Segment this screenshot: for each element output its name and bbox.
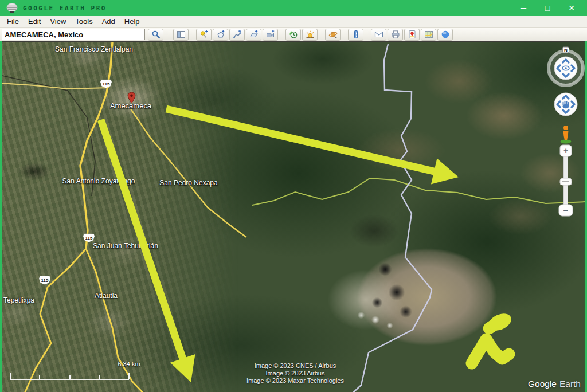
planets-icon bbox=[328, 30, 338, 39]
search-button[interactable] bbox=[148, 29, 163, 41]
menu-view[interactable]: View bbox=[45, 17, 71, 26]
window-controls: ─ □ ✕ bbox=[516, 2, 579, 14]
attribution-line-3: Image © 2023 Maxar Technologies bbox=[209, 377, 381, 385]
menu-file[interactable]: File bbox=[2, 17, 24, 26]
sidebar-toggle-icon bbox=[177, 30, 186, 39]
scale-label: 6.34 km bbox=[118, 360, 140, 367]
sidebar-toggle-button[interactable] bbox=[173, 29, 189, 41]
toolbar-group bbox=[195, 29, 279, 41]
watermark-google: Google bbox=[528, 379, 557, 389]
sunlight-icon bbox=[306, 30, 315, 39]
attribution-line-1: Image © 2023 CNES / Airbus bbox=[209, 362, 381, 370]
annotation-arrow-shaft bbox=[166, 109, 439, 173]
view-in-maps-icon bbox=[424, 30, 433, 39]
imagery-attribution: Image © 2023 CNES / Airbus Image © 2023 … bbox=[209, 362, 381, 385]
look-joystick[interactable]: N bbox=[549, 47, 583, 85]
add-polygon-icon bbox=[216, 30, 225, 39]
google-earth-app-icon bbox=[6, 2, 18, 14]
close-button[interactable]: ✕ bbox=[564, 2, 579, 14]
email-button[interactable] bbox=[371, 29, 386, 41]
menu-tools[interactable]: Tools bbox=[71, 17, 97, 26]
annotation-arrow-shaft bbox=[101, 120, 185, 363]
toolbar-buttons bbox=[173, 29, 460, 41]
add-path-button[interactable] bbox=[229, 29, 245, 41]
record-tour-icon bbox=[266, 30, 275, 39]
zoom-in-glyph: + bbox=[563, 146, 568, 155]
street-view-pegman[interactable] bbox=[561, 126, 572, 143]
navigation-controls: N + bbox=[544, 46, 585, 224]
save-image-button[interactable] bbox=[404, 29, 420, 41]
earth-globe-icon bbox=[441, 30, 450, 39]
window-title: GOOGLE EARTH PRO bbox=[23, 5, 107, 12]
email-icon bbox=[374, 30, 383, 39]
toolbar-group bbox=[370, 29, 453, 41]
add-image-overlay-button[interactable] bbox=[246, 29, 261, 41]
historical-imagery-icon bbox=[289, 30, 298, 39]
annotation-layer bbox=[2, 42, 585, 392]
toolbar-group bbox=[347, 29, 364, 41]
add-polygon-button[interactable] bbox=[213, 29, 228, 41]
toolbar-group bbox=[173, 29, 189, 41]
add-placemark-button[interactable] bbox=[196, 29, 212, 41]
ruler-button[interactable] bbox=[348, 29, 363, 41]
search-icon bbox=[151, 30, 161, 39]
sunlight-button[interactable] bbox=[302, 29, 318, 41]
zoom-slider: + − bbox=[559, 145, 573, 216]
add-path-icon bbox=[233, 30, 242, 39]
compass-north-label: N bbox=[564, 48, 568, 53]
watermark-earth: Earth bbox=[559, 379, 581, 389]
view-in-maps-button[interactable] bbox=[421, 29, 436, 41]
google-earth-watermark: GoogleEarth bbox=[528, 379, 581, 389]
google-earth-window: GOOGLE EARTH PRO ─ □ ✕ FileEditViewTools… bbox=[0, 0, 587, 392]
maximize-button[interactable]: □ bbox=[540, 2, 555, 14]
minimize-button[interactable]: ─ bbox=[516, 2, 531, 14]
annotation-arrow-head bbox=[431, 159, 459, 185]
print-button[interactable] bbox=[388, 29, 403, 41]
move-joystick[interactable] bbox=[554, 93, 577, 116]
toolbar bbox=[0, 28, 587, 41]
menu-bar: FileEditViewToolsAddHelp bbox=[0, 16, 587, 28]
menu-edit[interactable]: Edit bbox=[24, 17, 45, 26]
historical-imagery-button[interactable] bbox=[285, 29, 301, 41]
planets-button[interactable] bbox=[325, 29, 341, 41]
add-placemark-icon bbox=[199, 30, 209, 39]
earth-globe-button[interactable] bbox=[437, 29, 453, 41]
toolbar-group bbox=[324, 29, 341, 41]
save-image-icon bbox=[408, 30, 417, 39]
toolbar-group bbox=[285, 29, 318, 41]
zoom-out-glyph: − bbox=[563, 205, 569, 215]
ruler-icon bbox=[351, 30, 361, 39]
print-icon bbox=[391, 30, 400, 39]
attribution-line-2: Image © 2023 Airbus bbox=[209, 370, 381, 377]
toolbar-separator bbox=[167, 29, 167, 40]
menu-help[interactable]: Help bbox=[120, 17, 144, 26]
search-input[interactable] bbox=[2, 29, 145, 40]
window-titlebar: GOOGLE EARTH PRO ─ □ ✕ bbox=[0, 0, 587, 16]
record-tour-button[interactable] bbox=[263, 29, 278, 41]
annotation-scribble bbox=[472, 339, 509, 363]
menu-add[interactable]: Add bbox=[97, 17, 120, 26]
add-image-overlay-icon bbox=[249, 30, 259, 39]
map-viewport[interactable]: San Francisco ZentlalpanSan Antonio Zoya… bbox=[2, 41, 585, 392]
